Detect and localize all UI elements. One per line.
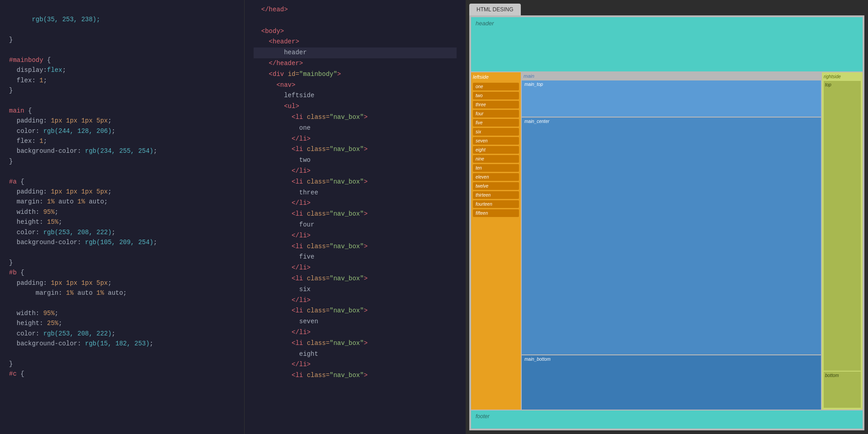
nav-item-ten: ten [473,164,519,172]
preview-mainbody: leftside one two three four five six sev… [471,72,863,410]
css-line [9,96,235,106]
css-line [9,349,235,359]
css-line: margin: 1% auto 1% auto; [9,197,235,207]
css-line: } [9,359,235,369]
css-line: display:flex; [9,65,235,75]
preview-main-bottom: main_bottom [522,355,821,410]
css-line [9,247,235,257]
html-line: eight [254,349,457,360]
preview-main: main main_top main_center main_bottom [522,72,821,410]
css-line: color: rgb(244, 128, 206); [9,126,235,136]
css-line [9,166,235,176]
html-line: </li> [254,359,457,370]
main-top-label: main_top [522,80,821,88]
nav-item-twelve: twelve [473,182,519,190]
css-line [9,298,235,308]
nav-item-thirteen: thirteen [473,191,519,199]
preview-content: header leftside one two three four five … [469,15,864,430]
html-line: two [254,155,457,166]
css-line [9,45,235,55]
html-line: </head> [254,5,457,15]
rightside-label: rightside [824,74,861,79]
html-line: <li class="nav_box"> [254,112,457,123]
preview-main-center: main_center [522,118,821,354]
design-preview: header leftside one two three four five … [469,15,864,430]
css-line: background-color: rgb(15, 182, 253); [9,339,235,349]
tab-bar: HTML DESING [469,4,864,15]
css-line: } [9,156,235,166]
html-line: </li> [254,198,457,209]
html-line: <li class="nav_box"> [254,144,457,155]
html-line: <li class="nav_box"> [254,209,457,220]
html-line: three [254,188,457,198]
css-line: padding: 1px 1px 1px 5px; [9,278,235,288]
html-line: <li class="nav_box"> [254,338,457,349]
css-line: width: 95%; [9,308,235,318]
css-line: height: 15%; [9,217,235,227]
css-line: #mainbody { [9,55,235,65]
html-line: </header> [254,58,457,69]
css-line: flex: 1; [9,75,235,85]
css-line: #c { [9,369,235,379]
nav-item-seven: seven [473,137,519,145]
css-line: background-color: rgb(105, 209, 254); [9,237,235,247]
css-line: width: 95%; [9,207,235,217]
preview-main-top: main_top [522,80,821,117]
html-line: <li class="nav_box"> [254,306,457,316]
css-line: margin: 1% auto 1% auto; [9,288,235,298]
css-line: color: rgb(253, 208, 222); [9,329,235,339]
preview-rs-bottom: bottom [824,372,861,408]
css-line: color: rgb(253, 208, 222); [9,227,235,237]
html-line: seven [254,316,457,327]
css-line: rgb(35, 253, 238); [9,5,235,35]
css-line: } [9,258,235,268]
html-line: header [254,47,457,58]
html-line: <li class="nav_box"> [254,370,457,381]
nav-item-fifteen: fifteen [473,209,519,217]
css-line: #a { [9,177,235,187]
html-line: </li> [254,327,457,338]
main-label: main [522,72,821,80]
html-line: <header> [254,37,457,47]
rs-top-label: top [825,82,859,87]
main-center-label: main_center [522,118,821,125]
html-line: <body> [254,26,457,37]
css-line: #b { [9,268,235,278]
html-line: leftside [254,90,457,101]
html-line: <li class="nav_box"> [254,274,457,284]
nav-item-four: four [473,110,519,118]
css-line: flex: 1; [9,136,235,146]
html-line: six [254,284,457,295]
nav-item-three: three [473,101,519,108]
css-line: main { [9,106,235,116]
html-line: </li> [254,231,457,241]
html-line: </li> [254,166,457,177]
preview-header: header [471,17,863,71]
preview-panel: HTML DESING header leftside one two thre… [466,0,868,434]
html-line: </li> [254,295,457,306]
html-line [254,15,457,26]
preview-footer: footer [471,410,863,429]
html-design-tab[interactable]: HTML DESING [469,4,521,15]
rs-bottom-label: bottom [825,373,859,378]
css-panel: rgb(35, 253, 238); } #mainbody { display… [0,0,244,434]
html-line: <li class="nav_box"> [254,241,457,252]
css-line: height: 25%; [9,318,235,328]
html-panel: </head> <body> <header> header </header>… [244,0,466,434]
css-line: padding: 1px 1px 1px 5px; [9,187,235,197]
css-line: } [9,85,235,95]
html-line: <div id="mainbody"> [254,69,457,80]
nav-item-five: five [473,119,519,127]
main-bottom-label: main_bottom [522,355,821,363]
css-line: padding: 1px 1px 1px 5px; [9,116,235,126]
nav-item-eleven: eleven [473,173,519,181]
nav-item-two: two [473,92,519,99]
css-line: } [9,35,235,45]
html-line: </li> [254,134,457,145]
html-line: <li class="nav_box"> [254,177,457,188]
nav-item-one: one [473,83,519,90]
html-line: <ul> [254,101,457,112]
preview-rs-top: top [824,81,861,371]
preview-rightside: rightside top bottom [822,72,863,410]
html-line: </li> [254,263,457,274]
